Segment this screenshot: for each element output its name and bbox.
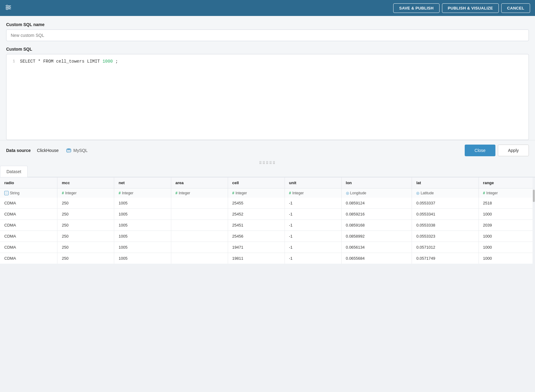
type-cell-range: #Integer [479, 188, 535, 198]
col-header-radio: radio [0, 177, 57, 188]
integer-icon: # [289, 191, 291, 195]
cell-range-1: 1000 [479, 209, 535, 220]
cell-mcc-3: 250 [57, 231, 114, 242]
dataset-tabs: Dataset [0, 165, 535, 177]
cell-lon-1: 0.0859216 [341, 209, 412, 220]
resizer-dots: ⠿⠿⠿⠿⠿ [259, 161, 276, 165]
action-buttons: Close Apply [465, 145, 529, 156]
publish-visualize-button[interactable]: PUBLISH & VISUALIZE [442, 3, 499, 13]
col-header-net: net [114, 177, 171, 188]
type-cell-unit: #Integer [285, 188, 341, 198]
svg-point-4 [9, 6, 10, 8]
cell-area-5 [171, 253, 228, 264]
close-button[interactable]: Close [465, 145, 495, 156]
cell-unit-4: -1 [285, 242, 341, 253]
cell-lat-1: 0.0553341 [412, 209, 479, 220]
cell-mcc-2: 250 [57, 220, 114, 231]
cell-unit-0: -1 [285, 198, 341, 209]
data-source-bar: Data source ClickHouse MySQL Close Apply [0, 140, 535, 161]
geo-icon: ◎ [346, 191, 349, 195]
cell-lat-5: 0.0571749 [412, 253, 479, 264]
cell-mcc-0: 250 [57, 198, 114, 209]
cell-mcc-4: 250 [57, 242, 114, 253]
type-cell-cell: #Integer [228, 188, 285, 198]
svg-point-3 [6, 5, 8, 6]
cell-cell-1: 25452 [228, 209, 285, 220]
cell-unit-1: -1 [285, 209, 341, 220]
cell-lon-2: 0.0859168 [341, 220, 412, 231]
col-header-lat: lat [412, 177, 479, 188]
cell-range-2: 2039 [479, 220, 535, 231]
cell-area-0 [171, 198, 228, 209]
cell-mcc-1: 250 [57, 209, 114, 220]
cell-area-4 [171, 242, 228, 253]
cell-radio-5: CDMA [0, 253, 57, 264]
cell-lat-2: 0.0553338 [412, 220, 479, 231]
table-header-row: radiomccnetareacellunitlonlatrange [0, 177, 535, 188]
table-scroll-area: radiomccnetareacellunitlonlatrange □Stri… [0, 177, 535, 264]
col-header-range: range [479, 177, 535, 188]
integer-icon: # [232, 191, 235, 195]
settings-icon[interactable] [5, 4, 12, 12]
mysql-option[interactable]: MySQL [66, 148, 88, 153]
type-cell-net: #Integer [114, 188, 171, 198]
cell-net-4: 1005 [114, 242, 171, 253]
col-header-mcc: mcc [57, 177, 114, 188]
cell-net-5: 1005 [114, 253, 171, 264]
cell-radio-2: CDMA [0, 220, 57, 231]
mysql-label: MySQL [73, 148, 88, 153]
cell-unit-3: -1 [285, 231, 341, 242]
cell-net-1: 1005 [114, 209, 171, 220]
table-body: CDMA250100525455-10.08591240.05533372518… [0, 198, 535, 264]
type-cell-mcc: #Integer [57, 188, 114, 198]
cell-cell-2: 25451 [228, 220, 285, 231]
svg-point-5 [6, 8, 8, 10]
clickhouse-label: ClickHouse [37, 148, 59, 153]
sql-name-label: Custom SQL name [6, 22, 529, 27]
data-table-wrap: radiomccnetareacellunitlonlatrange □Stri… [0, 177, 535, 264]
col-header-unit: unit [285, 177, 341, 188]
sql-editor[interactable]: 1 SELECT * FROM cell_towers LIMIT 1000 ; [6, 54, 529, 140]
cell-area-2 [171, 220, 228, 231]
table-row: CDMA250100525456-10.08589920.05533231000 [0, 231, 535, 242]
cell-lon-0: 0.0859124 [341, 198, 412, 209]
type-row: □String#Integer#Integer#Integer#Integer#… [0, 188, 535, 198]
database-icon [66, 148, 72, 153]
main-content: Custom SQL name Custom SQL 1 SELECT * FR… [0, 16, 535, 140]
integer-icon: # [483, 191, 485, 195]
sql-name-input[interactable] [6, 29, 529, 41]
apply-button[interactable]: Apply [498, 145, 529, 156]
table-row: CDMA250100519471-10.06561340.05710121000 [0, 242, 535, 253]
cell-cell-0: 25455 [228, 198, 285, 209]
cell-unit-5: -1 [285, 253, 341, 264]
cell-radio-1: CDMA [0, 209, 57, 220]
cell-radio-4: CDMA [0, 242, 57, 253]
cell-cell-4: 19471 [228, 242, 285, 253]
cell-lat-3: 0.0553323 [412, 231, 479, 242]
cell-lat-4: 0.0571012 [412, 242, 479, 253]
svg-point-6 [67, 149, 71, 150]
table-row: CDMA250100525452-10.08592160.05533411000 [0, 209, 535, 220]
sql-label: Custom SQL [6, 47, 529, 52]
cell-mcc-5: 250 [57, 253, 114, 264]
integer-icon: # [176, 191, 178, 195]
cell-area-3 [171, 231, 228, 242]
cell-net-2: 1005 [114, 220, 171, 231]
clickhouse-option[interactable]: ClickHouse [37, 148, 59, 153]
cell-range-5: 1000 [479, 253, 535, 264]
cell-radio-0: CDMA [0, 198, 57, 209]
string-icon: □ [4, 191, 9, 195]
cancel-button[interactable]: CANCEL [501, 3, 530, 13]
cell-net-3: 1005 [114, 231, 171, 242]
save-publish-button[interactable]: SAVE & PUBLISH [393, 3, 439, 13]
dataset-tab[interactable]: Dataset [0, 166, 28, 177]
geo-icon: ◎ [416, 191, 419, 195]
integer-icon: # [118, 191, 121, 195]
col-header-cell: cell [228, 177, 285, 188]
cell-cell-3: 25456 [228, 231, 285, 242]
cell-range-4: 1000 [479, 242, 535, 253]
resizer-handle[interactable]: ⠿⠿⠿⠿⠿ [0, 161, 535, 165]
data-source-label: Data source [6, 148, 31, 153]
cell-range-3: 1000 [479, 231, 535, 242]
scroll-indicator[interactable] [533, 177, 535, 264]
